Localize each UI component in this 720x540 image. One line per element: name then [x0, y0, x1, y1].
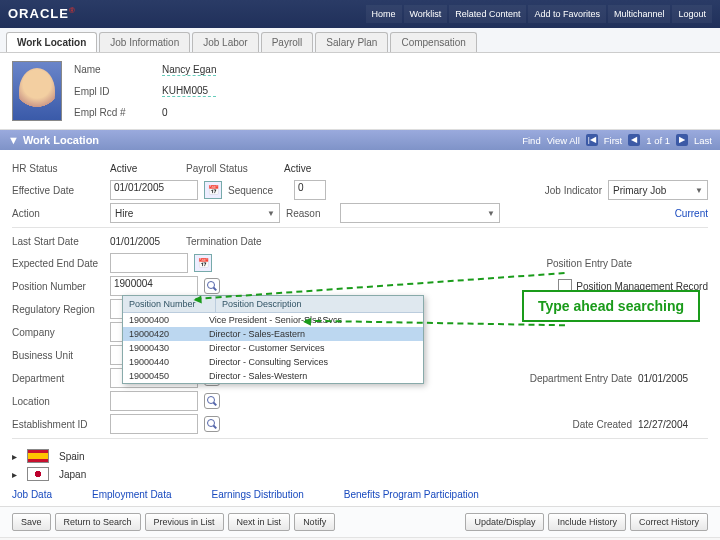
- nav-logout[interactable]: Logout: [672, 5, 712, 23]
- nav-first-icon[interactable]: |◀: [586, 134, 598, 146]
- input-sequence[interactable]: 0: [294, 180, 326, 200]
- page-tabs: Work Location Job Information Job Labor …: [0, 28, 720, 53]
- prev-in-list-button[interactable]: Previous in List: [145, 513, 224, 531]
- section-rowcount: 1 of 1: [646, 135, 670, 146]
- nav-multichannel[interactable]: Multichannel: [608, 5, 671, 23]
- country-row-japan[interactable]: ▸ Japan: [0, 465, 720, 483]
- input-establishment[interactable]: [110, 414, 198, 434]
- notify-button[interactable]: Notify: [294, 513, 335, 531]
- oracle-logo: ORACLE®: [8, 6, 76, 21]
- calendar-icon[interactable]: 📅: [204, 181, 222, 199]
- employee-photo: [12, 61, 62, 121]
- tab-compensation[interactable]: Compensation: [390, 32, 476, 52]
- nav-worklist[interactable]: Worklist: [404, 5, 448, 23]
- lookup-icon[interactable]: [204, 393, 220, 409]
- save-button[interactable]: Save: [12, 513, 51, 531]
- label-sequence: Sequence: [228, 185, 288, 196]
- calendar-icon[interactable]: 📅: [194, 254, 212, 272]
- value-payroll-status: Active: [284, 163, 354, 174]
- nav-related-content[interactable]: Related Content: [449, 5, 526, 23]
- country-name: Spain: [59, 451, 85, 462]
- collapse-icon[interactable]: ▼: [8, 134, 19, 146]
- return-search-button[interactable]: Return to Search: [55, 513, 141, 531]
- label-termination: Termination Date: [186, 236, 286, 247]
- next-in-list-button[interactable]: Next in List: [228, 513, 291, 531]
- related-links: Job Data Employment Data Earnings Distri…: [0, 483, 720, 506]
- typeahead-dropdown: Position Number Position Description 190…: [122, 295, 424, 384]
- select-action[interactable]: Hire▼: [110, 203, 280, 223]
- label-reason: Reason: [286, 208, 334, 219]
- label-expected-end: Expected End Date: [12, 258, 104, 269]
- section-first[interactable]: First: [604, 135, 622, 146]
- nav-home[interactable]: Home: [366, 5, 402, 23]
- tab-payroll[interactable]: Payroll: [261, 32, 314, 52]
- select-job-indicator[interactable]: Primary Job▼: [608, 180, 708, 200]
- typeahead-option[interactable]: 19000440Director - Consulting Services: [123, 355, 423, 369]
- value-empid: KUHM005: [162, 85, 216, 97]
- expand-icon[interactable]: ▸: [12, 451, 17, 462]
- link-earnings-dist[interactable]: Earnings Distribution: [212, 489, 304, 500]
- employee-header: Name Nancy Egan Empl ID KUHM005 Empl Rcd…: [0, 53, 720, 130]
- label-empid: Empl ID: [74, 86, 144, 97]
- section-find[interactable]: Find: [522, 135, 540, 146]
- value-date-created: 12/27/2004: [638, 419, 708, 430]
- tab-job-labor[interactable]: Job Labor: [192, 32, 258, 52]
- label-hr-status: HR Status: [12, 163, 104, 174]
- tab-job-information[interactable]: Job Information: [99, 32, 190, 52]
- typeahead-col-description: Position Description: [216, 296, 308, 312]
- nav-add-favorites[interactable]: Add to Favorites: [528, 5, 606, 23]
- label-location: Location: [12, 396, 104, 407]
- nav-prev-icon[interactable]: ◀: [628, 134, 640, 146]
- label-action: Action: [12, 208, 104, 219]
- expand-icon[interactable]: ▸: [12, 469, 17, 480]
- correct-history-button[interactable]: Correct History: [630, 513, 708, 531]
- section-viewall[interactable]: View All: [547, 135, 580, 146]
- chevron-down-icon: ▼: [267, 209, 275, 218]
- chevron-down-icon: ▼: [695, 186, 703, 195]
- lookup-icon[interactable]: [204, 416, 220, 432]
- global-nav: Home Worklist Related Content Add to Fav…: [366, 5, 713, 23]
- input-expected-end[interactable]: [110, 253, 188, 273]
- update-display-button[interactable]: Update/Display: [465, 513, 544, 531]
- global-header: ORACLE® Home Worklist Related Content Ad…: [0, 0, 720, 28]
- typeahead-option[interactable]: 19000430Director - Customer Services: [123, 341, 423, 355]
- link-benefits[interactable]: Benefits Program Participation: [344, 489, 479, 500]
- link-job-data[interactable]: Job Data: [12, 489, 52, 500]
- section-last[interactable]: Last: [694, 135, 712, 146]
- label-empl-rcd: Empl Rcd #: [74, 107, 144, 118]
- select-reason[interactable]: ▼: [340, 203, 500, 223]
- include-history-button[interactable]: Include History: [548, 513, 626, 531]
- value-name: Nancy Egan: [162, 64, 216, 76]
- section-work-location-header: ▼ Work Location Find View All |◀ First ◀…: [0, 130, 720, 150]
- tab-work-location[interactable]: Work Location: [6, 32, 97, 52]
- label-job-indicator: Job Indicator: [532, 185, 602, 196]
- label-date-created: Date Created: [552, 419, 632, 430]
- input-effective-date[interactable]: 01/01/2005: [110, 180, 198, 200]
- lookup-icon[interactable]: [204, 278, 220, 294]
- typeahead-option[interactable]: 19000450Director - Sales-Western: [123, 369, 423, 383]
- current-link[interactable]: Current: [675, 208, 708, 219]
- value-dept-entry: 01/01/2005: [638, 373, 708, 384]
- label-business-unit: Business Unit: [12, 350, 104, 361]
- label-last-start: Last Start Date: [12, 236, 104, 247]
- label-dept-entry: Department Entry Date: [502, 373, 632, 384]
- label-reg-region: Regulatory Region: [12, 304, 104, 315]
- input-location[interactable]: [110, 391, 198, 411]
- link-employment-data[interactable]: Employment Data: [92, 489, 171, 500]
- label-payroll-status: Payroll Status: [186, 163, 278, 174]
- label-effective-date: Effective Date: [12, 185, 104, 196]
- label-name: Name: [74, 64, 144, 75]
- input-position-number[interactable]: 1900004: [110, 276, 198, 296]
- section-title: Work Location: [23, 134, 99, 146]
- label-position-entry: Position Entry Date: [522, 258, 632, 269]
- nav-next-icon[interactable]: ▶: [676, 134, 688, 146]
- tab-salary-plan[interactable]: Salary Plan: [315, 32, 388, 52]
- label-position-number: Position Number: [12, 281, 104, 292]
- action-buttons: Save Return to Search Previous in List N…: [0, 506, 720, 537]
- label-establishment: Establishment ID: [12, 419, 104, 430]
- value-hr-status: Active: [110, 163, 180, 174]
- country-row-spain[interactable]: ▸ Spain: [0, 447, 720, 465]
- value-empl-rcd: 0: [162, 107, 216, 118]
- typeahead-option[interactable]: 19000400Vice President - Senior-Sls&Svcs: [123, 313, 423, 327]
- typeahead-option[interactable]: 19000420Director - Sales-Eastern: [123, 327, 423, 341]
